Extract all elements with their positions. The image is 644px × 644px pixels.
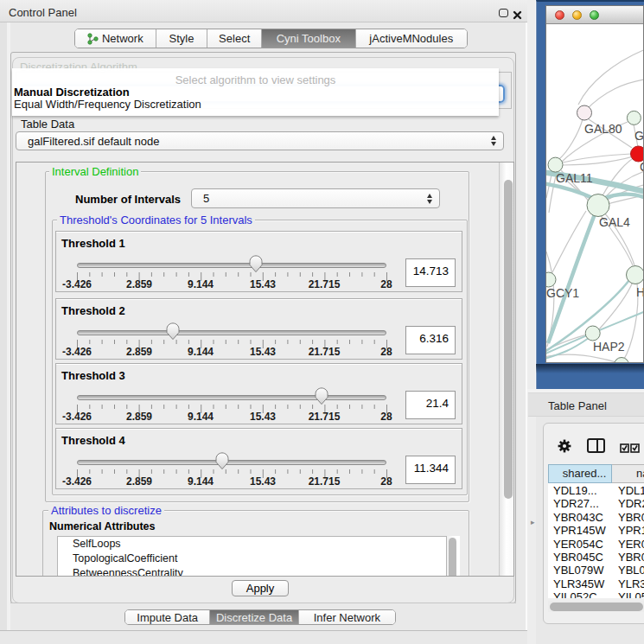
svg-text:GAL80: GAL80 [584,122,622,136]
svg-text:GA: GA [634,129,643,143]
svg-text:GAL4: GAL4 [599,215,630,229]
svg-text:C: C [640,160,643,174]
svg-text:HAP2: HAP2 [593,340,625,354]
svg-text:GAL11: GAL11 [556,171,593,185]
svg-text:GCY1: GCY1 [546,286,579,300]
svg-text:H: H [636,285,643,299]
